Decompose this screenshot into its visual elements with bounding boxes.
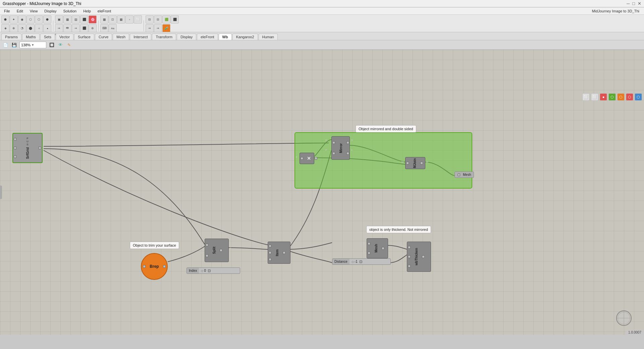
- output-mesh[interactable]: Mesh: [454, 171, 474, 178]
- port-wbt-t[interactable]: [408, 265, 411, 267]
- tb-btn-9[interactable]: ◔: [18, 24, 26, 32]
- port-brep-out[interactable]: [163, 265, 166, 268]
- tb-btn-8[interactable]: ⊕: [10, 24, 18, 32]
- node-index[interactable]: Index ◇ 0: [186, 267, 240, 274]
- port-mirror-p[interactable]: [332, 152, 335, 155]
- tb-input-6[interactable]: ⌨: [100, 24, 108, 32]
- port-mesh2-m[interactable]: [382, 247, 384, 250]
- tab-transform[interactable]: Transform: [152, 34, 176, 40]
- mesh-icon[interactable]: ⬜: [591, 93, 598, 101]
- tb-prim-7[interactable]: ⭆: [63, 24, 71, 32]
- tb-util-6[interactable]: ⇒: [154, 24, 162, 32]
- port-wbt-d[interactable]: [408, 255, 411, 258]
- node-wbthicken[interactable]: wbThicken: [407, 242, 431, 272]
- tb-btn-11[interactable]: ⟐: [35, 24, 43, 32]
- view1-icon[interactable]: ⬡: [608, 93, 616, 101]
- port-srfgrid-p[interactable]: [14, 138, 16, 141]
- tab-vector[interactable]: Vector: [56, 34, 73, 40]
- tb-input-4[interactable]: ▫: [125, 15, 133, 23]
- node-brep[interactable]: Brep: [141, 253, 168, 280]
- view-icon[interactable]: 🔲: [48, 42, 55, 48]
- port-mesh2-b[interactable]: [368, 242, 370, 245]
- eye-icon[interactable]: 👁: [57, 42, 64, 48]
- port-srfgrid-u[interactable]: [14, 147, 16, 149]
- port-item-out[interactable]: [283, 251, 285, 254]
- save-icon[interactable]: 💾: [11, 42, 17, 48]
- tb-input-7[interactable]: Aa: [109, 24, 117, 32]
- tb-util-3[interactable]: 🟩: [162, 15, 170, 23]
- view2-icon[interactable]: ⬡: [617, 93, 625, 101]
- tb-util-2[interactable]: ⊟: [154, 15, 162, 23]
- tab-mesh[interactable]: Mesh: [113, 34, 129, 40]
- tab-params[interactable]: Params: [1, 34, 21, 40]
- tab-elefront[interactable]: eleFront: [197, 34, 218, 40]
- tb-input-2[interactable]: ⊡: [109, 15, 117, 23]
- menu-file[interactable]: File: [1, 8, 13, 14]
- port-item-l[interactable]: [269, 245, 271, 247]
- tab-curve[interactable]: Curve: [95, 34, 112, 40]
- tb-btn-5[interactable]: ⬠: [35, 15, 43, 23]
- tab-human[interactable]: Human: [259, 34, 278, 40]
- port-wbt-m[interactable]: [408, 246, 411, 249]
- port-cross-f[interactable]: [301, 157, 303, 160]
- node-mjoin[interactable]: MJoin: [405, 157, 425, 169]
- window-controls[interactable]: ─ □ ✕: [627, 1, 641, 6]
- port-mirror-g[interactable]: [332, 141, 335, 144]
- port-mirror-og[interactable]: [346, 141, 349, 144]
- port-wbt-o[interactable]: [422, 255, 425, 258]
- tb-prim-6[interactable]: ⇒: [55, 24, 63, 32]
- port-item-i[interactable]: [269, 251, 271, 254]
- port-mjoin-out[interactable]: [420, 162, 423, 164]
- tb-util-7[interactable]: 🧪: [162, 24, 170, 32]
- node-srfgrid[interactable]: P U S SrfGrid: [12, 133, 43, 163]
- close-button[interactable]: ✕: [638, 1, 641, 6]
- tb-btn-4[interactable]: ⬡: [26, 15, 35, 23]
- new-doc-icon[interactable]: 📄: [2, 42, 9, 48]
- port-mesh2-s[interactable]: [368, 252, 370, 254]
- tb-prim-4[interactable]: ⬛: [80, 15, 88, 23]
- menu-edit[interactable]: Edit: [14, 8, 26, 14]
- maximize-button[interactable]: □: [632, 1, 635, 6]
- port-distance-out[interactable]: [360, 260, 362, 263]
- tab-wb[interactable]: Wb: [219, 34, 232, 40]
- node-mesh[interactable]: Mesh: [367, 238, 388, 258]
- tb-util-5[interactable]: ⇒: [146, 24, 154, 32]
- menu-view[interactable]: View: [27, 8, 41, 14]
- tb-prim-3[interactable]: ▤: [72, 15, 80, 23]
- tb-prim-2[interactable]: ▦: [63, 15, 71, 23]
- render-icon[interactable]: ⬜: [582, 93, 590, 101]
- node-split[interactable]: Split: [205, 239, 229, 262]
- port-split-r[interactable]: [220, 249, 222, 252]
- tab-surface[interactable]: Surface: [74, 34, 94, 40]
- tb-prim-1[interactable]: ▣: [55, 15, 63, 23]
- tb-btn-2[interactable]: ✦: [10, 15, 18, 23]
- node-mirror[interactable]: Mirror: [331, 136, 350, 160]
- tb-prim-10[interactable]: ⊛: [89, 24, 97, 32]
- node-cross[interactable]: ✕: [300, 153, 314, 164]
- tab-display[interactable]: Display: [177, 34, 196, 40]
- tb-prim-9[interactable]: ⬛: [80, 24, 88, 32]
- tab-kangaroo2[interactable]: Kangaroo2: [232, 34, 258, 40]
- tb-util-4[interactable]: ⬛: [171, 15, 179, 23]
- pen-icon[interactable]: ✎: [66, 42, 72, 48]
- tb-input-5[interactable]: ⬜: [134, 15, 142, 23]
- view4-icon[interactable]: ⬡: [635, 93, 642, 101]
- minimize-button[interactable]: ─: [627, 1, 630, 6]
- port-index-out[interactable]: [208, 269, 211, 272]
- tab-maths[interactable]: Maths: [22, 34, 40, 40]
- port-mesh-in[interactable]: [458, 173, 460, 176]
- tb-btn-12[interactable]: ⬥: [43, 24, 51, 32]
- node-distance[interactable]: Distance ◇ -1: [332, 258, 391, 265]
- tb-input-1[interactable]: ▩: [100, 15, 108, 23]
- tb-util-1[interactable]: ⊟: [146, 15, 154, 23]
- menu-help[interactable]: Help: [80, 8, 94, 14]
- red-icon[interactable]: ●: [600, 93, 607, 101]
- tab-sets[interactable]: Sets: [40, 34, 55, 40]
- tb-btn-1[interactable]: ⬟: [1, 15, 9, 23]
- port-srfgrid-s[interactable]: [14, 155, 16, 158]
- node-item[interactable]: Item: [268, 242, 290, 264]
- nav-cube[interactable]: [615, 310, 632, 327]
- port-mjoin-m[interactable]: [406, 162, 409, 164]
- port-srfgrid-out[interactable]: [39, 147, 41, 149]
- tab-intersect[interactable]: Intersect: [130, 34, 151, 40]
